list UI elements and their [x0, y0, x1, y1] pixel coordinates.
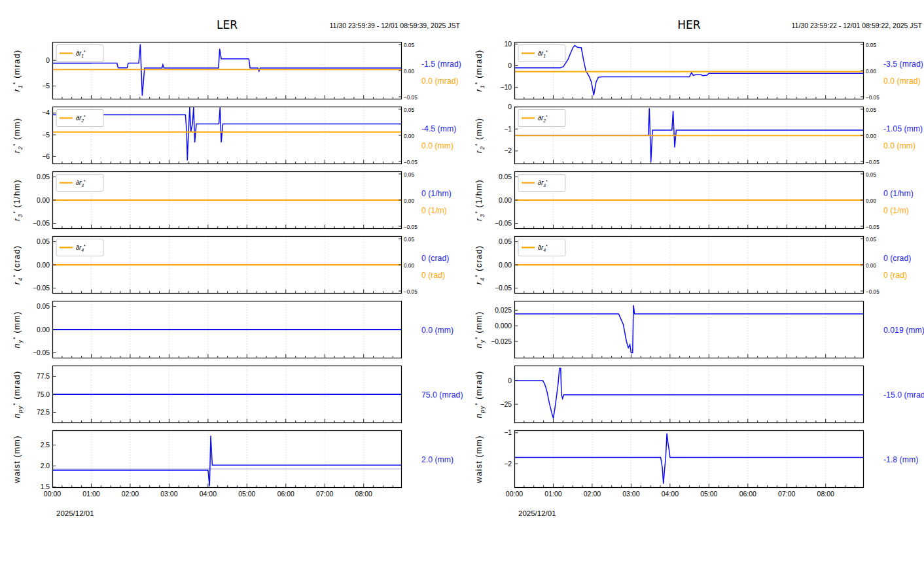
y-tick-label: 0.05	[499, 173, 512, 180]
series	[514, 368, 864, 419]
right-tick-label: −0.05	[866, 95, 880, 101]
series	[514, 434, 864, 484]
right-tick-label: −0.05	[866, 160, 880, 165]
value-annotation: 0 (1/m)	[421, 206, 447, 215]
axis-ticks	[515, 381, 855, 422]
gridlines	[553, 431, 825, 487]
plot-frame	[53, 43, 402, 99]
plot-frame	[515, 301, 864, 358]
value-annotation: 0 (crad)	[421, 254, 449, 263]
plots-host-ler: 0−50.050.00−0.05r1* (mrad)∂r1*-1.5 (mrad…	[0, 0, 462, 565]
her-subplot-3: 0.050.00−0.050.050.00−0.05r3* (1/hm)∂r3*…	[462, 171, 924, 234]
y-tick-label: 0.000	[495, 322, 512, 330]
right-tick-label: 0.05	[866, 43, 876, 48]
y-tick-label: 0.025	[495, 307, 512, 314]
y-tick-label: 0.05	[37, 303, 50, 310]
y-axis-label: r3* (1/hm)	[474, 179, 486, 221]
series	[52, 44, 402, 96]
legend: ∂r2*	[518, 110, 565, 127]
plot-frame	[515, 431, 864, 488]
her-subplot-7: −1−2waist (mm)-1.8 (mm)	[462, 430, 924, 493]
y-tick-label: −1	[504, 429, 512, 436]
gridlines	[91, 43, 363, 99]
figure-canvas: LER 11/30 23:59:39 - 12/01 08:59:39, 202…	[0, 0, 924, 565]
right-tick-label: −0.05	[404, 289, 418, 295]
y-axis-label: npy* (mrad)	[474, 371, 486, 419]
y-axis-label: r3* (1/hm)	[12, 179, 24, 221]
value-annotation: 0 (rad)	[883, 271, 907, 280]
y-tick-label: 0.00	[499, 197, 512, 204]
her-subplot-6: 0−25npy* (mrad)-15.0 (mrad)	[462, 366, 924, 428]
axis-ticks	[53, 109, 401, 163]
y-tick-label: 75.0	[37, 391, 50, 398]
legend: ∂r3*	[56, 175, 103, 192]
value-annotation: 0 (crad)	[883, 254, 911, 263]
panel-her: HER 11/30 23:59:22 - 12/01 08:59:22, 202…	[462, 0, 924, 565]
y-tick-label: −1	[504, 126, 512, 133]
value-annotation: -3.5 (mrad)	[883, 60, 923, 69]
ler-subplot-2: −4−5−60.050.00−0.05r2* (mm)∂r2*-4.5 (mm)…	[0, 107, 462, 169]
right-tick-label: 0.00	[866, 198, 876, 204]
value-annotation: -1.5 (mrad)	[421, 60, 461, 69]
right-tick-label: 0.00	[866, 69, 876, 75]
value-annotation: 0 (rad)	[421, 271, 445, 280]
legend: ∂r4*	[518, 239, 565, 256]
value-annotation: 0.019 (mm)	[883, 326, 924, 335]
right-tick-label: 0.05	[404, 237, 414, 243]
panel-ler: LER 11/30 23:59:39 - 12/01 08:59:39, 202…	[0, 0, 462, 565]
y-axis-label: r2* (mm)	[474, 118, 486, 153]
y-tick-label: −0.05	[33, 284, 50, 292]
right-tick-label: 0.05	[404, 172, 414, 178]
y-axis-label: r2* (mm)	[12, 118, 24, 153]
right-tick-label: 0.05	[404, 43, 414, 48]
y-tick-label: 72.5	[37, 409, 50, 416]
right-tick-label: 0.00	[404, 133, 414, 139]
y-tick-label: −4	[42, 109, 50, 116]
ler-subplot-4: 0.050.00−0.050.050.00−0.05r4* (crad)∂r4*…	[0, 236, 462, 299]
ler-subplot-1: 0−50.050.00−0.05r1* (mrad)∂r1*-1.5 (mrad…	[0, 42, 462, 105]
y-tick-label: −5	[42, 131, 50, 139]
y-tick-label: 10	[505, 41, 512, 48]
axis-ticks	[515, 310, 855, 358]
value-annotation: -1.8 (mm)	[883, 455, 918, 464]
value-annotation: -1.05 (mm)	[883, 124, 923, 133]
right-tick-label: 0.05	[866, 172, 876, 178]
series	[52, 107, 402, 161]
x-axis-date-label-ler: 2025/12/01	[56, 509, 94, 517]
ler-subplot-7: 2.52.01.5waist (mm)2.0 (mm)	[0, 430, 462, 493]
y-tick-label: 2.5	[41, 441, 50, 449]
y-axis-label: waist (mm)	[12, 435, 22, 483]
plots-host-her: 100−100.050.00−0.05r1* (mrad)∂r1*-3.5 (m…	[462, 0, 924, 565]
gridlines	[553, 301, 825, 358]
right-tick-label: −0.05	[404, 95, 418, 101]
value-annotation: 0 (1/hm)	[883, 189, 914, 198]
value-annotation: -4.5 (mm)	[421, 124, 456, 133]
y-axis-label: ny* (mm)	[474, 311, 486, 349]
axis-ticks	[515, 174, 863, 228]
gridlines	[91, 107, 363, 163]
value-annotation: 0.0 (mm)	[421, 326, 453, 335]
y-tick-label: 0.05	[37, 173, 50, 180]
ler-subplot-3: 0.050.00−0.050.050.00−0.05r3* (1/hm)∂r3*…	[0, 171, 462, 234]
right-tick-label: −0.05	[866, 289, 880, 295]
legend: ∂r3*	[518, 175, 565, 192]
y-tick-label: −10	[501, 84, 512, 91]
value-annotation: 0.0 (mrad)	[883, 77, 921, 86]
right-tick-label: −0.05	[404, 160, 418, 165]
right-tick-label: 0.00	[866, 133, 876, 139]
y-tick-label: −0.05	[33, 349, 50, 356]
y-tick-label: 0.05	[37, 238, 50, 245]
y-tick-label: −6	[42, 153, 50, 160]
y-tick-label: 1.5	[41, 483, 50, 490]
plot-frame	[53, 107, 402, 164]
y-tick-label: −0.05	[33, 220, 50, 227]
her-subplot-2: 0−1−20.050.00−0.05r2* (mm)∂r2*-1.05 (mm)…	[462, 107, 924, 169]
right-tick-label: 0.00	[404, 263, 414, 269]
y-tick-label: 0.00	[37, 197, 50, 204]
right-tick-label: 0.00	[404, 69, 414, 75]
y-tick-label: 0	[508, 62, 512, 69]
series	[52, 436, 402, 486]
y-tick-label: 0.00	[37, 326, 50, 334]
right-tick-label: 0.05	[866, 107, 876, 113]
gridlines	[91, 431, 363, 487]
